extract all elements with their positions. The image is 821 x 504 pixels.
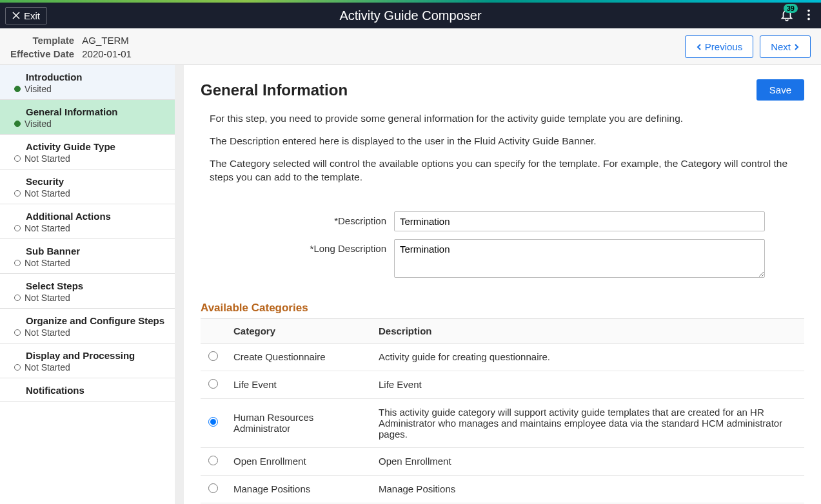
exit-button[interactable]: Exit [5,7,47,24]
step-title: Notifications [26,385,167,396]
step-status: Not Started [14,223,167,233]
step-title: Additional Actions [26,211,167,222]
sidebar-step[interactable]: Notifications [0,378,175,402]
table-row: Manage PositionsManage Positions [201,475,804,503]
sidebar-step[interactable]: General InformationVisited [0,100,175,135]
intro-paragraph: The Description entered here is displaye… [201,135,804,148]
status-dot-icon [14,190,21,197]
chevron-left-icon [696,41,702,52]
previous-button[interactable]: Previous [685,35,753,58]
description-input[interactable] [394,211,765,231]
step-status-text: Not Started [25,327,70,338]
sidebar-step[interactable]: Activity Guide TypeNot Started [0,135,175,170]
effdate-value: 2020-01-01 [82,48,132,59]
category-name: Create Questionnaire [226,343,371,371]
status-dot-icon [14,155,21,162]
sidebar-step[interactable]: Sub BannerNot Started [0,239,175,274]
step-status: Not Started [14,293,167,303]
svg-point-2 [807,17,810,20]
step-status: Not Started [14,188,167,199]
previous-label: Previous [705,41,742,52]
categories-table: Category Description Create Questionnair… [201,319,804,503]
context-bar: Template AG_TERM Effective Date 2020-01-… [0,28,821,65]
description-row: *Description [201,211,804,231]
section-heading: General Information [201,81,348,99]
step-status: Visited [14,84,167,94]
status-dot-icon [14,295,21,301]
sidebar-step[interactable]: Additional ActionsNot Started [0,204,175,239]
step-status-text: Visited [25,84,52,94]
sidebar-step[interactable]: Select StepsNot Started [0,274,175,309]
step-status-text: Not Started [25,362,70,373]
status-dot-icon [14,225,21,231]
category-radio[interactable] [208,483,218,493]
bell-icon [780,14,794,24]
intro-paragraph: The Category selected will control the a… [201,157,804,184]
step-title: Organize and Configure Steps [26,315,167,326]
category-radio[interactable] [208,379,218,389]
status-dot-icon [14,260,21,266]
form-section: *Description *Long Description [201,211,804,287]
notifications-button[interactable]: 39 [780,8,794,24]
step-status: Not Started [14,258,167,268]
template-value: AG_TERM [82,35,132,46]
next-button[interactable]: Next [760,35,811,58]
steps-sidebar[interactable]: IntroductionVisitedGeneral InformationVi… [0,65,184,504]
nav-buttons: Previous Next [685,35,811,59]
table-row: Human Resources AdministratorThis activi… [201,398,804,447]
longdesc-label: *Long Description [201,239,394,254]
step-status-text: Not Started [25,223,70,233]
step-title: Activity Guide Type [26,141,167,152]
main-content: General Information Save For this step, … [184,65,821,504]
category-description: Life Event [371,371,804,398]
longdesc-row: *Long Description [201,239,804,280]
sidebar-step[interactable]: Display and ProcessingNot Started [0,344,175,378]
description-label: *Description [201,211,394,226]
close-icon [12,10,20,21]
chevron-right-icon [793,41,800,52]
effdate-label: Effective Date [10,48,74,59]
step-status: Not Started [14,362,167,373]
category-name: Human Resources Administrator [226,398,371,447]
category-radio[interactable] [208,417,218,427]
category-radio[interactable] [208,456,218,465]
more-menu-button[interactable] [802,8,816,24]
intro-text: For this step, you need to provide some … [201,112,804,193]
save-button[interactable]: Save [757,79,804,101]
status-dot-icon [14,364,21,371]
step-status-text: Visited [25,119,52,129]
intro-paragraph: For this step, you need to provide some … [201,112,804,126]
step-status-text: Not Started [25,153,70,164]
sidebar-step[interactable]: Organize and Configure StepsNot Started [0,309,175,344]
category-description: Open Enrollment [371,447,804,475]
sidebar-step[interactable]: IntroductionVisited [0,65,175,100]
category-description: Manage Positions [371,475,804,503]
step-status: Not Started [14,327,167,338]
table-row: Life EventLife Event [201,371,804,398]
step-status-text: Not Started [25,293,70,303]
body-area: IntroductionVisitedGeneral InformationVi… [0,65,821,504]
category-description: Activity guide for creating questionnair… [371,343,804,371]
category-description: This activity guide category will suppor… [371,398,804,447]
categories-table-wrap[interactable]: Category Description Create Questionnair… [201,318,804,504]
header-actions: 39 [780,8,816,24]
category-radio[interactable] [208,351,218,361]
category-name: Open Enrollment [226,447,371,475]
template-label: Template [10,35,74,46]
status-dot-icon [14,329,21,336]
col-description: Description [371,319,804,344]
step-status: Visited [14,119,167,129]
notification-count: 39 [784,4,798,13]
col-category: Category [226,319,371,344]
step-title: Display and Processing [26,350,167,361]
step-title: Security [26,176,167,187]
longdesc-input[interactable] [394,239,765,278]
kebab-icon [802,14,816,24]
step-title: General Information [26,106,167,117]
step-title: Sub Banner [26,246,167,257]
step-status-text: Not Started [25,188,70,199]
categories-heading: Available Categories [201,302,804,315]
svg-point-0 [807,9,810,12]
sidebar-step[interactable]: SecurityNot Started [0,170,175,204]
table-row: Open EnrollmentOpen Enrollment [201,447,804,475]
